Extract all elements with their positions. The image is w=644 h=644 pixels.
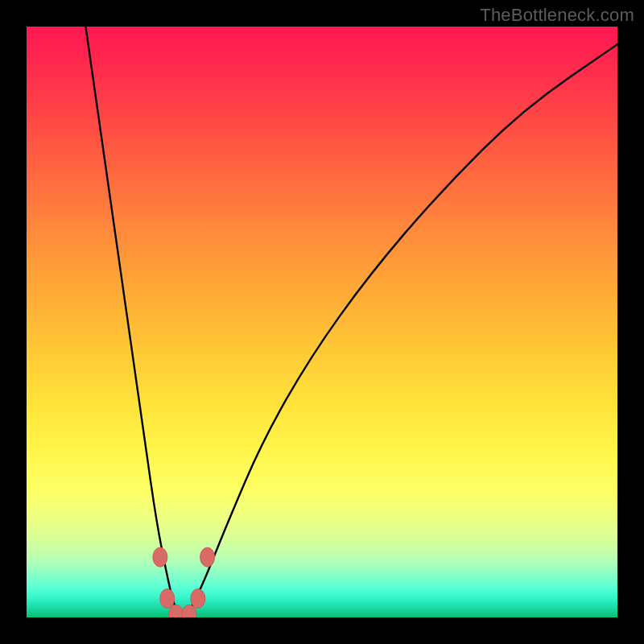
curve-path [85, 27, 617, 617]
bottleneck-curve [27, 27, 617, 617]
watermark-text: TheBottleneck.com [480, 5, 634, 26]
curve-marker-2 [160, 589, 175, 609]
plot-area [27, 27, 617, 617]
curve-marker-0 [153, 547, 167, 567]
curve-marker-3 [191, 589, 205, 609]
chart-frame: TheBottleneck.com [0, 0, 644, 644]
curve-marker-1 [200, 547, 215, 567]
